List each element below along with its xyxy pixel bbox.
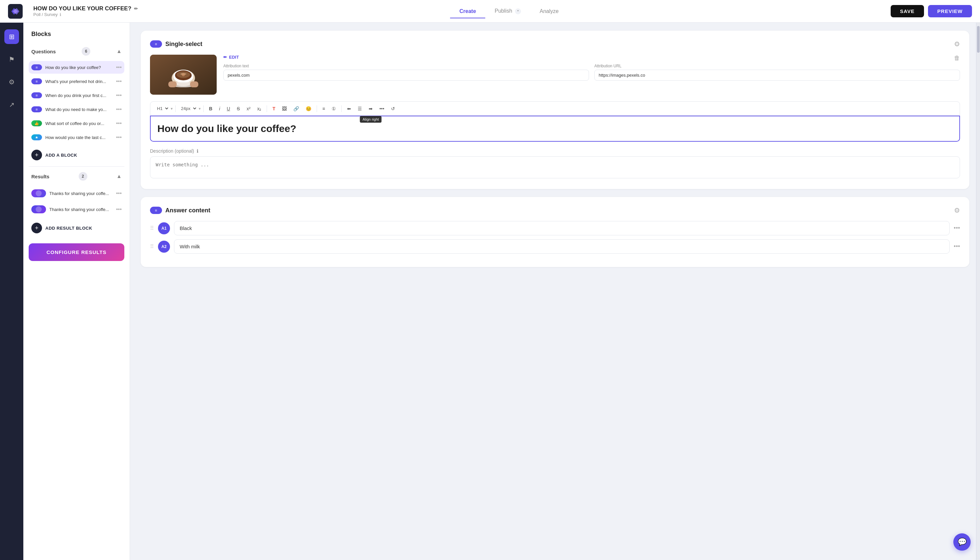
- align-center-button[interactable]: ☰: [355, 105, 365, 113]
- answer-card-type: ≡ Answer content: [150, 207, 210, 214]
- scroll-track[interactable]: [976, 23, 980, 560]
- more-button[interactable]: •••: [377, 105, 387, 113]
- questions-list: ≡ How do you like your coffee? ••• ≡ Wha…: [29, 61, 124, 144]
- blocks-title: Blocks: [29, 31, 124, 38]
- question-type-icon: 👍: [31, 120, 42, 126]
- card-settings-icon[interactable]: ⚙: [954, 40, 960, 48]
- edit-button[interactable]: ✏ EDIT: [223, 55, 239, 60]
- result-menu-icon[interactable]: •••: [116, 206, 122, 212]
- answer-more-icon[interactable]: •••: [954, 225, 960, 232]
- attribution-url-input[interactable]: [594, 70, 960, 81]
- question-item[interactable]: ≡ How do you like your coffee? •••: [29, 61, 124, 74]
- answer-input-a1[interactable]: [174, 221, 950, 235]
- svg-rect-9: [168, 81, 177, 87]
- underline-button[interactable]: U: [224, 105, 233, 113]
- header: HOW DO YOU LIKE YOUR COFFEE? ✏ Poll / Su…: [0, 0, 980, 23]
- italic-button[interactable]: i: [216, 105, 223, 113]
- question-menu-icon[interactable]: •••: [116, 92, 122, 98]
- attribution-text-field: Attribution text: [223, 64, 589, 81]
- scroll-thumb[interactable]: [977, 26, 980, 53]
- description-input[interactable]: [150, 156, 960, 178]
- align-right-button[interactable]: ➡: [366, 105, 375, 113]
- link-button[interactable]: 🔗: [291, 105, 302, 113]
- add-result-label: ADD RESULT BLOCK: [45, 226, 92, 231]
- result-item[interactable]: Thanks for sharing your coffe... •••: [29, 202, 124, 217]
- nav-analyze[interactable]: Analyze: [530, 6, 568, 17]
- redo-button[interactable]: ↺: [388, 105, 398, 113]
- question-item[interactable]: ≡ What do you need to make yo... •••: [29, 103, 124, 116]
- subscript-button[interactable]: x₂: [254, 105, 264, 113]
- result-type-icon: [31, 205, 46, 213]
- numbered-list-button[interactable]: ①: [329, 105, 339, 113]
- questions-toggle[interactable]: ▲: [116, 48, 122, 54]
- heading-select[interactable]: H1H2H3: [154, 104, 169, 113]
- answer-settings-icon[interactable]: ⚙: [954, 206, 960, 214]
- attribution-row: Attribution text Attribution URL: [223, 64, 960, 81]
- save-button[interactable]: SAVE: [891, 5, 924, 17]
- main-layout: ⊞ ⚑ ⚙ ↗ Blocks Questions 6 ▲ ≡ How do yo…: [0, 23, 980, 560]
- question-menu-icon[interactable]: •••: [116, 134, 122, 140]
- sidebar-icon-share[interactable]: ↗: [4, 97, 19, 112]
- toolbar-sep: [175, 105, 176, 112]
- survey-type-text: Poll / Survey: [33, 12, 58, 17]
- sidebar-icon-grid[interactable]: ⊞: [4, 29, 19, 44]
- question-editor[interactable]: How do you like your coffee?: [150, 116, 960, 142]
- drag-handle-icon[interactable]: ⠿: [150, 225, 154, 231]
- strikethrough-button[interactable]: S: [234, 105, 242, 113]
- add-block-button[interactable]: + ADD A BLOCK: [29, 146, 124, 164]
- attribution-text-label: Attribution text: [223, 64, 589, 68]
- answer-input-a2[interactable]: [174, 239, 950, 254]
- results-label: Results: [31, 174, 49, 179]
- question-item[interactable]: ≡ What's your preferred hot drin... •••: [29, 75, 124, 88]
- result-item[interactable]: Thanks for sharing your coffe... •••: [29, 186, 124, 201]
- description-label-text: Description (optional): [150, 148, 194, 154]
- answer-card-header: ≡ Answer content ⚙: [150, 206, 960, 214]
- answer-more-icon[interactable]: •••: [954, 243, 960, 250]
- question-item[interactable]: ≡ When do you drink your first c... •••: [29, 89, 124, 102]
- nav-publish[interactable]: Publish *: [485, 5, 530, 17]
- answer-badge-a2: A2: [158, 241, 170, 253]
- question-menu-icon[interactable]: •••: [116, 120, 122, 126]
- question-menu-icon[interactable]: •••: [116, 78, 122, 84]
- configure-results-button[interactable]: CONFIGURE RESULTS: [29, 243, 124, 261]
- results-toggle[interactable]: ▲: [116, 173, 122, 179]
- question-menu-icon[interactable]: •••: [116, 64, 122, 70]
- logo[interactable]: [8, 4, 23, 19]
- toolbar-sep: [203, 105, 204, 112]
- question-menu-icon[interactable]: •••: [116, 106, 122, 112]
- bullet-list-button[interactable]: ≡: [320, 105, 328, 113]
- questions-count: 6: [82, 47, 90, 56]
- image-button[interactable]: 🖼: [279, 105, 289, 113]
- card-type-icon: ≡: [150, 40, 162, 48]
- delete-icon[interactable]: 🗑: [954, 55, 960, 62]
- results-section-header: Results 2 ▲: [29, 169, 124, 183]
- info-icon[interactable]: ℹ: [60, 12, 61, 17]
- question-item[interactable]: ★ How would you rate the last c... •••: [29, 131, 124, 144]
- question-text: What do you need to make yo...: [45, 107, 113, 112]
- sidebar-icon-settings[interactable]: ⚙: [4, 75, 19, 89]
- chat-bubble-button[interactable]: 💬: [953, 533, 971, 551]
- align-left-button[interactable]: ⬅: [344, 105, 354, 113]
- question-item[interactable]: 👍 What sort of coffee do you or... •••: [29, 117, 124, 130]
- drag-handle-icon[interactable]: ⠿: [150, 243, 154, 250]
- single-select-card: ≡ Single-select ⚙: [141, 31, 969, 189]
- nav-create[interactable]: Create: [450, 6, 485, 17]
- emoji-button[interactable]: 😊: [303, 105, 314, 113]
- survey-name: HOW DO YOU LIKE YOUR COFFEE? ✏: [33, 5, 138, 12]
- results-list: Thanks for sharing your coffe... ••• Tha…: [29, 186, 124, 217]
- font-size-select[interactable]: 24px16px20px32px: [178, 104, 197, 113]
- attribution-text-input[interactable]: [223, 70, 589, 81]
- superscript-button[interactable]: x²: [244, 105, 253, 113]
- sidebar-icon-flag[interactable]: ⚑: [4, 52, 19, 67]
- blocks-panel: Blocks Questions 6 ▲ ≡ How do you like y…: [23, 23, 130, 560]
- text-color-button[interactable]: T: [270, 105, 278, 113]
- add-result-block-button[interactable]: + ADD RESULT BLOCK: [29, 219, 124, 237]
- edit-name-icon[interactable]: ✏: [134, 6, 138, 11]
- preview-button[interactable]: PREVIEW: [928, 5, 972, 17]
- answer-badge-a1: A1: [158, 222, 170, 234]
- result-menu-icon[interactable]: •••: [116, 190, 122, 196]
- align-right-tooltip: Align right: [360, 116, 382, 123]
- bold-button[interactable]: B: [206, 105, 215, 113]
- toolbar-sep: [317, 105, 317, 112]
- card-type-label: Single-select: [165, 41, 202, 48]
